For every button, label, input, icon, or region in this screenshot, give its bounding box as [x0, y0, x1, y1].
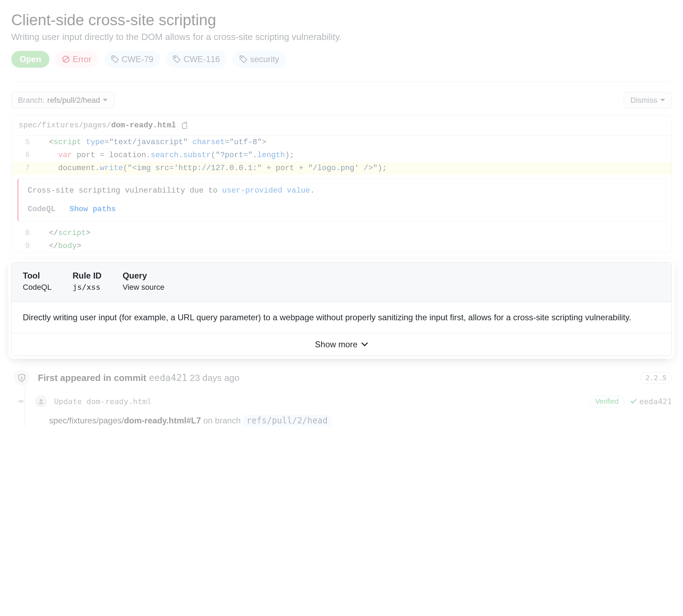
- query-column: Query View source: [123, 271, 164, 292]
- commit-dot-icon: [14, 398, 28, 404]
- copy-icon[interactable]: [181, 122, 189, 129]
- tag-security[interactable]: security: [232, 51, 286, 68]
- caret-down-icon: [660, 99, 665, 102]
- code-line: 7 document.write("<img src='http://127.0…: [12, 162, 671, 175]
- tag-icon: [239, 55, 247, 63]
- view-source-link[interactable]: View source: [123, 283, 164, 292]
- show-more-button[interactable]: Show more: [12, 333, 671, 356]
- commit-hash[interactable]: eeda421: [630, 397, 672, 406]
- branch-selector[interactable]: Branch: refs/pull/2/head: [11, 92, 114, 109]
- code-line: 8 </script>: [12, 227, 671, 240]
- tag-cwe-116[interactable]: CWE-116: [166, 51, 227, 68]
- verified-badge: Verified: [589, 396, 625, 407]
- tag-cwe-79[interactable]: CWE-79: [104, 51, 161, 68]
- code-line: 9 </body>: [12, 240, 671, 253]
- callout-tool: CodeQL: [28, 205, 55, 214]
- timeline-first-appeared: First appeared in commit eeda421 23 days…: [38, 373, 239, 383]
- branch-chip[interactable]: refs/pull/2/head: [243, 415, 331, 426]
- code-line: 5 <script type="text/javascript" charset…: [12, 136, 671, 149]
- version-chip: 2.2.5: [640, 372, 672, 384]
- page-title: Client-side cross-site scripting: [11, 11, 672, 29]
- dismiss-button[interactable]: Dismiss: [624, 92, 672, 109]
- avatar[interactable]: [35, 395, 47, 407]
- svg-point-4: [241, 57, 242, 58]
- file-box: spec/fixtures/pages/dom-ready.html 5 <sc…: [11, 115, 672, 253]
- svg-line-1: [64, 57, 68, 61]
- caret-down-icon: [103, 99, 108, 102]
- code-line: 6 var port = location.search.substr("?po…: [12, 149, 671, 162]
- alert-callout: Cross-site scripting vulnerability due t…: [17, 178, 666, 222]
- file-header: spec/fixtures/pages/dom-ready.html: [12, 115, 671, 136]
- chevron-down-icon: [361, 342, 368, 347]
- tag-icon: [111, 55, 119, 63]
- details-card: Tool CodeQL Rule ID js/xss Query View so…: [11, 262, 672, 356]
- shield-icon: [14, 370, 29, 386]
- user-provided-link[interactable]: user-provided value: [222, 186, 310, 195]
- tag-icon: [173, 55, 181, 63]
- status-badge-open: Open: [11, 51, 49, 68]
- show-paths-link[interactable]: Show paths: [69, 205, 116, 214]
- svg-point-2: [113, 57, 114, 58]
- code-table: 5 <script type="text/javascript" charset…: [12, 136, 671, 253]
- svg-point-8: [20, 400, 22, 403]
- status-badge-error: Error: [55, 51, 98, 68]
- slash-circle-icon: [62, 55, 70, 63]
- check-icon: [630, 398, 637, 405]
- commit-message[interactable]: Update dom-ready.html: [54, 397, 151, 406]
- svg-point-11: [40, 399, 42, 402]
- tool-column: Tool CodeQL: [23, 271, 52, 292]
- timeline-path: spec/fixtures/pages/dom-ready.html#L7 on…: [49, 415, 672, 426]
- svg-rect-5: [182, 123, 187, 128]
- timeline: First appeared in commit eeda421 23 days…: [11, 370, 672, 426]
- svg-point-6: [21, 379, 22, 379]
- svg-point-3: [175, 57, 176, 58]
- tags-row: Open Error CWE-79 CWE-116 security: [11, 51, 672, 82]
- rule-id-column: Rule ID js/xss: [73, 271, 102, 292]
- page-subtitle: Writing user input directly to the DOM a…: [11, 32, 672, 42]
- card-description: Directly writing user input (for example…: [12, 302, 671, 333]
